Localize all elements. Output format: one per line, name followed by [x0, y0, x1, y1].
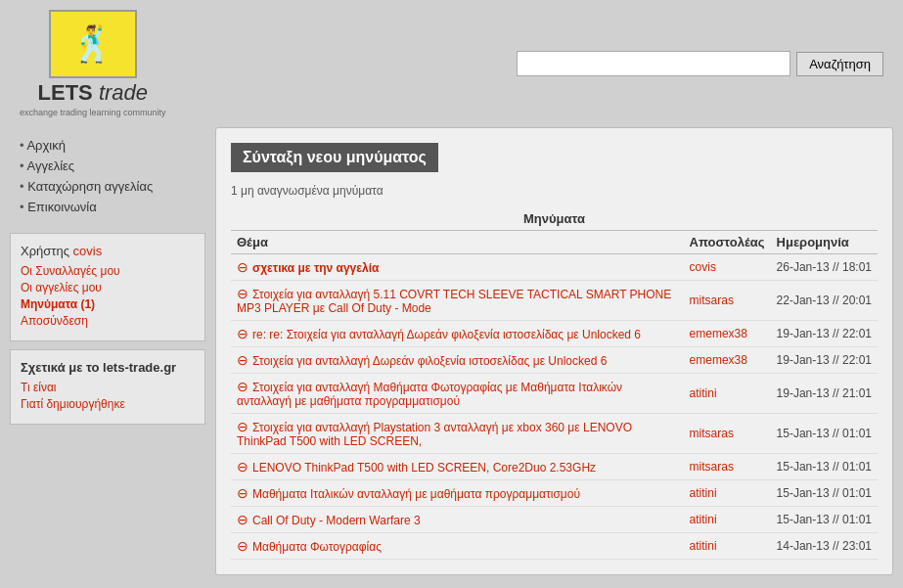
message-icon: ⊖: [237, 352, 248, 368]
search-area: Αναζήτηση: [517, 51, 883, 76]
table-row: ⊖Στοιχεία για ανταλλαγή Δωρεάν φιλοξενία…: [231, 347, 878, 374]
messages-link[interactable]: Μηνύματα (1): [21, 297, 195, 311]
logout-link[interactable]: Αποσύνδεση: [21, 314, 195, 328]
message-sender-cell: mitsaras: [684, 414, 771, 454]
my-listings-link[interactable]: Οι αγγελίες μου: [21, 281, 195, 294]
message-icon: ⊖: [237, 379, 248, 394]
sender-link[interactable]: covis: [690, 260, 716, 274]
sender-link[interactable]: atitini: [690, 486, 717, 500]
messages-table: Μηνύματα Θέμα Αποστολέας Ημερομηνία ⊖σχε…: [231, 207, 878, 560]
username-link[interactable]: covis: [73, 244, 103, 258]
sender-link[interactable]: atitini: [690, 513, 717, 526]
message-icon: ⊖: [237, 485, 248, 501]
message-date-cell: 14-Jan-13 // 23:01: [771, 533, 878, 560]
sender-link[interactable]: ememex38: [690, 353, 747, 367]
logo-tagline: exchange trading learning community: [20, 108, 166, 117]
table-row: ⊖Call Of Duty - Modern Warfare 3atitini1…: [231, 507, 878, 533]
message-subject-link[interactable]: LENOVO ThinkPad T500 with LED SCREEN, Co…: [252, 461, 596, 475]
message-subject-cell: ⊖LENOVO ThinkPad T500 with LED SCREEN, C…: [231, 454, 684, 480]
message-subject-link[interactable]: Call Of Duty - Modern Warfare 3: [252, 514, 421, 527]
logo-text: LETS trade: [38, 80, 149, 106]
table-row: ⊖re: re: Στοιχεία για ανταλλαγή Δωρεάν φ…: [231, 321, 878, 347]
message-icon: ⊖: [237, 512, 248, 527]
content-panel: Σύνταξη νεου μηνύματος 1 μη αναγνωσμένα …: [215, 127, 893, 575]
sidebar: Αρχική Αγγελίες Καταχώρηση αγγελίας Επικ…: [10, 127, 205, 575]
message-sender-cell: atitini: [684, 533, 771, 560]
message-subject-link[interactable]: Στοιχεία για ανταλλαγή Playstation 3 αντ…: [237, 421, 632, 448]
message-subject-link[interactable]: re: re: Στοιχεία για ανταλλαγή Δωρεάν φι…: [252, 328, 641, 341]
user-box: Χρήστης covis Οι Συναλλαγές μου Οι αγγελ…: [10, 233, 205, 341]
message-subject-cell: ⊖Στοιχεία για ανταλλαγή Δωρεάν φιλοξενία…: [231, 347, 684, 374]
message-icon: ⊖: [237, 286, 248, 301]
message-icon: ⊖: [237, 259, 248, 275]
col-sender-header: Αποστολέας: [684, 231, 771, 254]
about-title: Σχετικά με το lets-trade.gr: [21, 360, 195, 375]
message-sender-cell: mitsaras: [684, 454, 771, 480]
table-row: ⊖Μαθήματα Ιταλικών ανταλλαγή με μαθήματα…: [231, 480, 878, 507]
sender-link[interactable]: atitini: [690, 539, 717, 553]
col-subject-header: Θέμα: [231, 231, 684, 254]
message-subject-link[interactable]: Στοιχεία για ανταλλαγή 5.11 COVRT TECH S…: [237, 288, 671, 315]
my-trades-link[interactable]: Οι Συναλλαγές μου: [21, 264, 195, 278]
sender-link[interactable]: mitsaras: [690, 460, 734, 474]
col-date-header: Ημερομηνία: [771, 231, 878, 254]
message-date-cell: 26-Jan-13 // 18:01: [771, 254, 878, 281]
message-icon: ⊖: [237, 459, 248, 475]
message-date-cell: 15-Jan-13 // 01:01: [771, 414, 878, 454]
sender-link[interactable]: ememex38: [690, 327, 747, 340]
table-row: ⊖LENOVO ThinkPad T500 with LED SCREEN, C…: [231, 454, 878, 480]
message-sender-cell: ememex38: [684, 321, 771, 347]
message-subject-link[interactable]: σχετικα με την αγγελία: [252, 261, 379, 275]
message-date-cell: 15-Jan-13 // 01:01: [771, 480, 878, 507]
message-subject-cell: ⊖Call Of Duty - Modern Warfare 3: [231, 507, 684, 533]
user-links: Οι Συναλλαγές μου Οι αγγελίες μου Μηνύμα…: [21, 264, 195, 328]
message-subject-link[interactable]: Μαθήματα Ιταλικών ανταλλαγή με μαθήματα …: [252, 487, 580, 501]
message-icon: ⊖: [237, 419, 248, 434]
logo-box: 🕺: [49, 10, 137, 78]
page-title: Σύνταξη νεου μηνύματος: [231, 143, 438, 172]
message-sender-cell: atitini: [684, 374, 771, 414]
message-subject-cell: ⊖Μαθήματα Ιταλικών ανταλλαγή με μαθήματα…: [231, 480, 684, 507]
message-subject-cell: ⊖Στοιχεία για ανταλλαγή Μαθήματα Φωτογρα…: [231, 374, 684, 414]
sender-link[interactable]: atitini: [690, 386, 717, 400]
message-sender-cell: mitsaras: [684, 281, 771, 321]
message-date-cell: 15-Jan-13 // 01:01: [771, 454, 878, 480]
message-subject-link[interactable]: Στοιχεία για ανταλλαγή Μαθήματα Φωτογραφ…: [237, 381, 622, 408]
message-sender-cell: ememex38: [684, 347, 771, 374]
table-header-messages: Μηνύματα: [231, 207, 878, 231]
nav-item-post[interactable]: Καταχώρηση αγγελίας: [10, 176, 205, 197]
search-button[interactable]: Αναζήτηση: [796, 52, 883, 76]
message-subject-cell: ⊖Στοιχεία για ανταλλαγή Playstation 3 αν…: [231, 414, 684, 454]
table-row: ⊖Στοιχεία για ανταλλαγή Playstation 3 αν…: [231, 414, 878, 454]
message-subject-cell: ⊖σχετικα με την αγγελία: [231, 254, 684, 281]
message-icon: ⊖: [237, 326, 248, 341]
message-subject-cell: ⊖Στοιχεία για ανταλλαγή 5.11 COVRT TECH …: [231, 281, 684, 321]
message-date-cell: 19-Jan-13 // 22:01: [771, 347, 878, 374]
nav-item-listings[interactable]: Αγγελίες: [10, 156, 205, 176]
sender-link[interactable]: mitsaras: [690, 294, 734, 307]
message-sender-cell: atitini: [684, 480, 771, 507]
nav-link-listings[interactable]: Αγγελίες: [26, 158, 74, 173]
table-row: ⊖Μαθήματα Φωτογραφίαςatitini14-Jan-13 //…: [231, 533, 878, 560]
table-row: ⊖Στοιχεία για ανταλλαγή Μαθήματα Φωτογρα…: [231, 374, 878, 414]
about-why-link[interactable]: Γιατί δημιουργήθηκε: [21, 397, 195, 411]
logo-area: 🕺 LETS trade exchange trading learning c…: [20, 10, 166, 117]
nav-item-home[interactable]: Αρχική: [10, 135, 205, 156]
message-icon: ⊖: [237, 538, 248, 554]
table-row: ⊖σχετικα με την αγγελίαcovis26-Jan-13 //…: [231, 254, 878, 281]
nav-link-post[interactable]: Καταχώρηση αγγελίας: [27, 179, 153, 194]
messages-list: ⊖σχετικα με την αγγελίαcovis26-Jan-13 //…: [231, 254, 878, 560]
about-what-link[interactable]: Τι είναι: [21, 381, 195, 394]
nav-link-home[interactable]: Αρχική: [26, 138, 66, 153]
about-box: Σχετικά με το lets-trade.gr Τι είναι Για…: [10, 349, 205, 425]
search-input[interactable]: [517, 51, 790, 76]
nav-item-contact[interactable]: Επικοινωνία: [10, 197, 205, 217]
message-date-cell: 19-Jan-13 // 22:01: [771, 321, 878, 347]
nav-list: Αρχική Αγγελίες Καταχώρηση αγγελίας Επικ…: [10, 135, 205, 217]
message-sender-cell: covis: [684, 254, 771, 281]
nav-link-contact[interactable]: Επικοινωνία: [27, 200, 97, 214]
message-subject-link[interactable]: Μαθήματα Φωτογραφίας: [252, 540, 382, 554]
sender-link[interactable]: mitsaras: [690, 427, 734, 440]
message-subject-cell: ⊖re: re: Στοιχεία για ανταλλαγή Δωρεάν φ…: [231, 321, 684, 347]
message-subject-link[interactable]: Στοιχεία για ανταλλαγή Δωρεάν φιλοξενία …: [252, 354, 607, 368]
